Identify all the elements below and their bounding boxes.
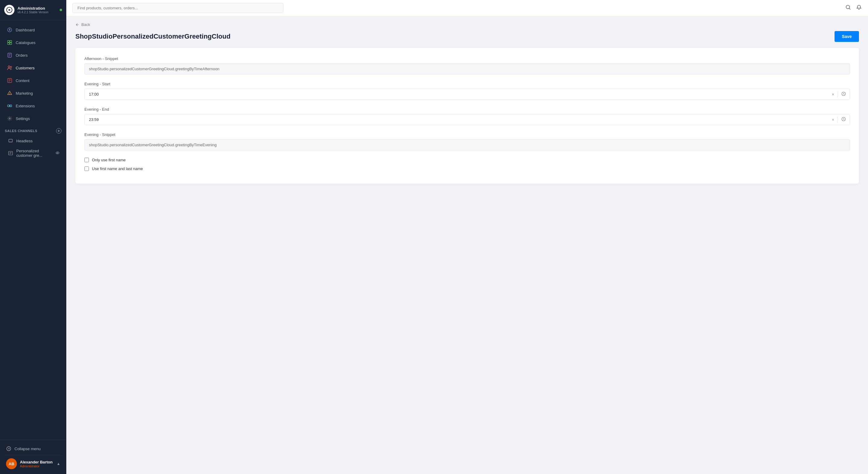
sidebar: Administration v6.4.2.1 Stable Version D… <box>0 0 66 474</box>
app-version: v6.4.2.1 Stable Version <box>18 10 49 14</box>
add-sales-channel-button[interactable]: + <box>56 128 61 134</box>
orders-icon <box>7 52 13 58</box>
evening-snippet-label: Evening - Snippet <box>84 132 850 137</box>
checkbox-first-name[interactable] <box>84 158 89 162</box>
app-name: Administration <box>18 6 49 11</box>
topbar <box>66 0 868 16</box>
svg-point-29 <box>56 152 59 154</box>
topbar-icons <box>845 4 862 12</box>
extensions-label: Extensions <box>16 104 35 108</box>
status-dot <box>60 9 62 11</box>
search-input[interactable] <box>72 3 283 13</box>
page-title: ShopStudioPersonalizedCustomerGreetingCl… <box>75 33 230 40</box>
sidebar-item-extensions[interactable]: Extensions <box>2 100 64 112</box>
svg-rect-4 <box>7 40 9 42</box>
evening-end-clear-button[interactable]: × <box>829 118 837 122</box>
settings-icon <box>7 116 13 121</box>
sidebar-header: Administration v6.4.2.1 Stable Version <box>0 0 66 20</box>
sidebar-item-dashboard[interactable]: Dashboard <box>2 24 64 36</box>
svg-point-13 <box>10 66 12 68</box>
evening-end-label: Evening - End <box>84 107 850 112</box>
bell-icon[interactable] <box>856 4 862 12</box>
sidebar-item-orders[interactable]: Orders <box>2 49 64 61</box>
page-header: ShopStudioPersonalizedCustomerGreetingCl… <box>75 31 859 42</box>
sidebar-item-customers[interactable]: Customers <box>2 62 64 74</box>
back-label: Back <box>82 22 90 27</box>
checkbox-first-name-row[interactable]: Only use first name <box>84 158 850 162</box>
marketing-icon <box>7 90 13 96</box>
user-info: Alexander Barton Administrator <box>20 460 53 468</box>
save-button[interactable]: Save <box>835 31 859 42</box>
sidebar-item-personalized[interactable]: Personalized customer gre... <box>2 146 64 160</box>
catalogues-icon <box>7 39 13 46</box>
content-area: Back ShopStudioPersonalizedCustomerGreet… <box>66 16 868 474</box>
checkbox-first-name-label: Only use first name <box>92 158 126 162</box>
checkbox-full-name-label: Use first name and last name <box>92 167 143 171</box>
afternoon-snippet-section: Afternoon - Snippet shopStudio.personali… <box>84 56 850 75</box>
svg-rect-7 <box>10 43 12 45</box>
evening-start-label: Evening - Start <box>84 82 850 86</box>
settings-label: Settings <box>16 116 30 121</box>
evening-snippet-section: Evening - Snippet shopStudio.personalize… <box>84 132 850 150</box>
customers-icon <box>7 65 13 71</box>
svg-rect-23 <box>9 139 12 142</box>
user-name: Alexander Barton <box>20 460 53 464</box>
orders-label: Orders <box>16 53 28 58</box>
catalogues-label: Catalogues <box>16 40 36 45</box>
personalized-icon <box>8 150 13 156</box>
sales-channels-label: Sales Channels <box>5 129 37 133</box>
user-chevron-icon: ▲ <box>57 462 60 466</box>
evening-start-clock-icon[interactable] <box>837 91 849 97</box>
sidebar-footer: Collapse menu AB Alexander Barton Admini… <box>0 440 66 474</box>
search-icon[interactable] <box>845 4 851 12</box>
sidebar-item-marketing[interactable]: Marketing <box>2 87 64 99</box>
svg-point-12 <box>8 66 10 67</box>
svg-point-32 <box>846 5 849 9</box>
evening-end-clock-icon[interactable] <box>837 117 849 123</box>
collapse-menu-button[interactable]: Collapse menu <box>4 444 62 454</box>
evening-start-input-wrapper: × <box>84 89 850 100</box>
personalized-label: Personalized customer gre... <box>16 149 56 158</box>
svg-point-19 <box>9 94 10 95</box>
afternoon-snippet-value: shopStudio.personalizedCustomerGreetingC… <box>84 63 850 75</box>
sales-channels-section: Sales Channels + <box>0 125 66 136</box>
svg-point-30 <box>57 152 58 153</box>
app-logo <box>4 5 14 15</box>
content-label: Content <box>16 79 30 83</box>
svg-rect-6 <box>7 43 9 45</box>
sidebar-item-headless[interactable]: Headless <box>2 136 64 146</box>
sidebar-item-settings[interactable]: Settings <box>2 113 64 124</box>
evening-start-clear-button[interactable]: × <box>829 92 837 96</box>
avatar: AB <box>6 458 17 469</box>
back-button[interactable]: Back <box>75 22 859 27</box>
evening-snippet-value: shopStudio.personalizedCustomerGreetingC… <box>84 139 850 150</box>
evening-end-section: Evening - End × <box>84 107 850 125</box>
evening-start-input[interactable] <box>85 89 829 99</box>
marketing-label: Marketing <box>16 91 33 96</box>
checkbox-full-name[interactable] <box>84 167 89 171</box>
main-content: Back ShopStudioPersonalizedCustomerGreet… <box>66 0 868 474</box>
user-role: Administrator <box>20 464 53 468</box>
headless-label: Headless <box>16 139 33 143</box>
sidebar-nav: Dashboard Catalogues Orders Customers Co… <box>0 20 66 440</box>
search-bar <box>72 3 283 13</box>
eye-icon[interactable] <box>56 151 60 156</box>
headless-icon <box>8 138 13 144</box>
svg-rect-20 <box>7 105 9 107</box>
app-info: Administration v6.4.2.1 Stable Version <box>18 6 49 14</box>
svg-point-22 <box>9 118 10 119</box>
afternoon-snippet-label: Afternoon - Snippet <box>84 56 850 61</box>
sidebar-item-content[interactable]: Content <box>2 75 64 87</box>
collapse-label: Collapse menu <box>14 447 41 451</box>
content-icon <box>7 78 13 84</box>
user-profile[interactable]: AB Alexander Barton Administrator ▲ <box>4 455 62 470</box>
checkbox-full-name-row[interactable]: Use first name and last name <box>84 167 850 171</box>
svg-line-33 <box>849 8 850 10</box>
settings-card: Afternoon - Snippet shopStudio.personali… <box>75 48 859 184</box>
evening-start-section: Evening - Start × <box>84 82 850 100</box>
extensions-icon <box>7 103 13 109</box>
customers-label: Customers <box>16 66 35 70</box>
svg-rect-5 <box>10 40 12 42</box>
evening-end-input[interactable] <box>85 114 829 125</box>
sidebar-item-catalogues[interactable]: Catalogues <box>2 36 64 49</box>
